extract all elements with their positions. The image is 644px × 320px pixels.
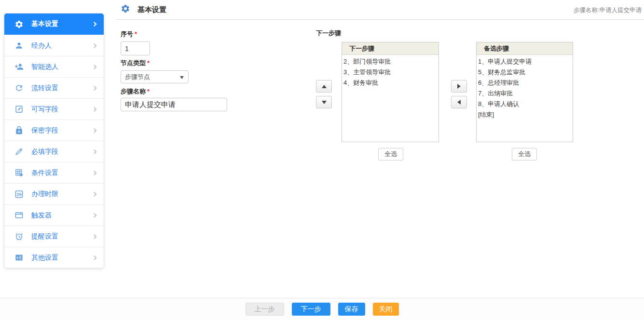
next-steps-list: 2、部门领导审批 3、主管领导审批 4、财务审批 [342,55,438,90]
sidebar-item-label: 可写字段 [31,105,58,114]
arrow-left-icon [457,100,461,105]
list-item[interactable]: 4、财务审批 [343,78,438,88]
chevron-right-icon [92,255,97,260]
move-left-button[interactable] [451,96,467,108]
required-asterisk: * [147,59,150,67]
sidebar-item-label: 条件设置 [31,169,58,177]
arrow-up-icon [322,85,327,88]
previous-step-button[interactable]: 上一步 [246,303,284,316]
sidebar-item-flow-settings[interactable]: 流转设置 [4,77,104,98]
footer-action-bar: 上一步 下一步 保存 关闭 [0,298,644,320]
sidebar-item-smart-select[interactable]: 智能选人 [4,56,104,77]
sidebar-item-label: 必填字段 [31,147,58,156]
required-asterisk: * [147,88,150,95]
move-up-button[interactable] [316,80,332,93]
workflow-step-settings-page: 基本设置 经办人 智能选人 流转设置 [0,0,644,320]
candidate-steps-listbox-header: 备选步骤 [477,42,573,55]
sidebar-item-label: 办理时限 [31,190,58,199]
candidate-steps-list: 1、申请人提交申请 5、财务总监审批 6、总经理审批 7、出纳审批 8、申请人确… [477,55,573,121]
alarm-clock-icon [14,232,24,241]
next-step-button[interactable]: 下一步 [292,303,330,316]
chevron-right-icon [92,43,97,48]
sidebar-item-label: 智能选人 [31,63,58,71]
refresh-icon [14,83,24,93]
move-down-button[interactable] [316,96,332,108]
sidebar-item-required-fields[interactable]: 必填字段 [4,141,104,162]
settings-sidebar: 基本设置 经办人 智能选人 流转设置 [4,13,104,268]
list-item[interactable]: 5、财务总监审批 [478,67,572,78]
lock-icon [14,126,24,135]
sidebar-item-label: 经办人 [31,41,52,50]
sidebar-item-label: 流转设置 [31,84,58,93]
pencil-icon [14,147,24,157]
seq-input[interactable] [121,41,150,55]
save-button[interactable]: 保存 [338,303,365,316]
list-item[interactable]: 7、出纳审批 [478,88,572,99]
seq-label: 序号* [121,30,137,39]
chevron-right-icon [92,86,97,91]
sidebar-item-label: 基本设置 [31,20,58,28]
list-item[interactable]: 8、申请人确认 [478,99,572,109]
sidebar-item-label: 保密字段 [31,126,58,135]
window-icon [14,211,24,220]
current-step-label: 步骤名称:申请人提交申请 [574,6,642,14]
close-button[interactable]: 关闭 [373,303,399,316]
list-item[interactable]: 1、申请人提交申请 [478,56,572,67]
list-item[interactable]: 2、部门领导审批 [343,56,438,67]
node-type-label: 节点类型* [121,59,150,67]
select-all-candidate-steps-button[interactable]: 全选 [512,148,537,160]
list-item[interactable]: [结束] [478,109,572,120]
condition-grid-gear-icon [14,168,24,178]
calendar-26-icon: 26 [14,189,24,199]
sidebar-item-label: 提醒设置 [31,232,58,241]
sidebar-item-condition-settings[interactable]: 条件设置 [4,162,104,183]
sidebar-item-reminder-settings[interactable]: 提醒设置 [4,226,104,247]
sidebar-item-handler[interactable]: 经办人 [4,35,104,56]
arrow-down-icon [322,101,327,104]
chevron-right-icon [92,22,97,27]
step-name-label: 步骤名称* [121,87,150,96]
list-item[interactable]: 3、主管领导审批 [343,67,438,78]
next-steps-listbox-header: 下一步骤 [342,42,438,55]
gear-icon [14,19,24,29]
dropdown-caret-icon [180,76,184,79]
node-type-selected-value: 步骤节点 [125,73,150,81]
list-item[interactable]: 6、总经理审批 [478,78,572,88]
select-all-next-steps-button[interactable]: 全选 [378,148,403,160]
sidebar-item-confidential-fields[interactable]: 保密字段 [4,120,104,141]
sidebar-item-basic-settings[interactable]: 基本设置 [4,13,104,35]
svg-text:26: 26 [16,192,22,197]
sidebar-item-writable-fields[interactable]: 可写字段 [4,98,104,120]
sidebar-item-trigger[interactable]: 触发器 [4,204,104,226]
chevron-right-icon [92,171,97,175]
page-title: 基本设置 [137,5,166,14]
gear-icon [121,4,130,13]
chevron-right-icon [92,192,97,197]
sidebar-item-time-limit[interactable]: 26 办理时限 [4,183,104,204]
person-add-icon [14,62,24,72]
chevron-right-icon [92,65,97,69]
arrow-right-icon [457,84,461,89]
chevron-right-icon [92,107,97,112]
form-list-icon [14,253,24,263]
next-steps-listbox: 下一步骤 2、部门领导审批 3、主管领导审批 4、财务审批 [342,42,439,142]
sidebar-item-label: 其他设置 [31,253,58,262]
chevron-right-icon [92,128,97,133]
person-icon [14,41,24,51]
edit-square-icon [14,105,24,114]
required-asterisk: * [135,30,137,38]
next-steps-section-label: 下一步骤 [316,29,341,38]
step-name-input[interactable] [121,98,227,111]
chevron-right-icon [92,234,97,239]
sidebar-item-label: 触发器 [31,211,52,220]
chevron-right-icon [92,149,97,154]
node-type-select[interactable]: 步骤节点 [121,70,189,83]
sidebar-item-other-settings[interactable]: 其他设置 [4,247,104,268]
candidate-steps-listbox: 备选步骤 1、申请人提交申请 5、财务总监审批 6、总经理审批 7、出纳审批 8… [476,42,573,142]
move-right-button[interactable] [451,80,467,93]
chevron-right-icon [92,213,97,218]
main-header: 基本设置 步骤名称:申请人提交申请 [116,0,644,20]
